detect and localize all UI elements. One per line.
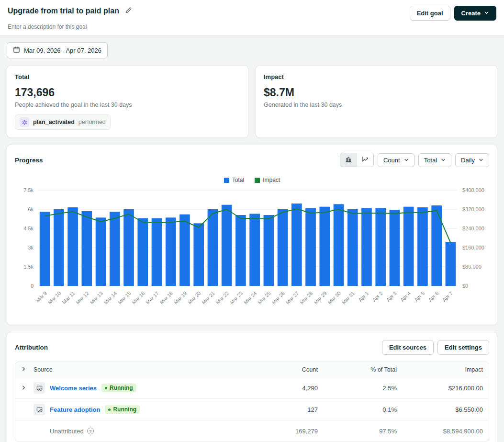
attribution-title: Attribution	[15, 344, 48, 351]
edit-settings-button[interactable]: Edit settings	[437, 340, 489, 355]
page-subtitle: Enter a description for this goal	[8, 23, 496, 30]
svg-text:Mar 26: Mar 26	[270, 290, 286, 306]
impact-value: $8.7M	[264, 86, 489, 99]
aggregation-select[interactable]: Total	[418, 153, 451, 167]
date-range-label: Mar 09, 2026 - Apr 07, 2026	[24, 47, 101, 54]
chevron-down-icon	[484, 10, 489, 17]
campaign-icon	[34, 382, 45, 394]
impact-card-label: Impact	[264, 73, 489, 80]
status-badge: Running	[105, 405, 140, 414]
svg-text:Mar 27: Mar 27	[285, 290, 300, 306]
metric-select[interactable]: Count	[378, 153, 414, 167]
total-card: Total 173,696 People achieved the goal i…	[7, 65, 248, 138]
create-button[interactable]: Create	[454, 6, 496, 21]
svg-text:Mar 14: Mar 14	[103, 290, 118, 306]
total-value: 173,696	[15, 86, 240, 99]
count-cell: 4,290	[256, 385, 318, 392]
progress-chart: 0$01.5k$80,0003k$160,0004.5k$240,0006k$3…	[15, 186, 489, 317]
edit-title-button[interactable]	[124, 6, 133, 16]
svg-text:Mar 25: Mar 25	[257, 290, 272, 306]
edit-goal-button[interactable]: Edit goal	[410, 6, 450, 21]
pct-cell: 2.5%	[318, 385, 397, 392]
column-header-impact: Impact	[397, 366, 483, 373]
aggregation-select-value: Total	[424, 157, 437, 164]
impact-cell: $216,000.00	[397, 385, 483, 392]
page-header: Upgrade from trial to paid plan Edit goa…	[0, 0, 504, 35]
svg-text:Apr 7: Apr 7	[441, 290, 454, 303]
svg-text:Mar 13: Mar 13	[89, 290, 104, 306]
bar-chart-toggle-button[interactable]	[340, 153, 357, 167]
source-link[interactable]: Feature adoption	[50, 406, 100, 413]
chevron-down-icon	[479, 157, 483, 164]
create-label: Create	[461, 10, 481, 17]
svg-text:Mar 30: Mar 30	[326, 290, 342, 306]
svg-text:6k: 6k	[28, 206, 34, 212]
svg-text:Mar 10: Mar 10	[47, 290, 62, 306]
svg-text:Mar 15: Mar 15	[117, 290, 132, 306]
legend-item-total: Total	[224, 177, 244, 183]
page-title: Upgrade from trial to paid plan	[8, 7, 119, 15]
total-description: People achieved the goal in the last 30 …	[15, 102, 240, 108]
line-chart-icon	[361, 156, 369, 164]
svg-text:Mar 22: Mar 22	[214, 290, 230, 306]
svg-text:3k: 3k	[28, 245, 34, 250]
svg-text:Apr 6: Apr 6	[427, 290, 439, 303]
event-gear-icon	[20, 117, 29, 127]
column-header-pct: % of Total	[318, 366, 397, 373]
table-row: Welcome series Running 4,290 2.5% $216,0…	[15, 377, 489, 398]
line-chart-toggle-button[interactable]	[357, 153, 373, 167]
metric-select-value: Count	[383, 157, 400, 164]
svg-text:$400,000: $400,000	[462, 187, 484, 193]
svg-text:Mar 31: Mar 31	[341, 290, 356, 306]
attribution-card: Attribution Edit sources Edit settings S…	[7, 332, 497, 442]
svg-text:1.5k: 1.5k	[23, 264, 34, 270]
edit-settings-label: Edit settings	[445, 344, 482, 351]
impact-cell: $6,550.00	[397, 406, 483, 413]
impact-card: Impact $8.7M Generated in the last 30 da…	[256, 65, 497, 138]
svg-text:$160,000: $160,000	[462, 245, 484, 250]
goal-event-chip[interactable]: plan_activated performed	[15, 114, 111, 130]
chart-type-toggle	[340, 153, 374, 167]
granularity-select-value: Daily	[461, 157, 475, 164]
expand-all-chevron-icon[interactable]	[21, 366, 26, 373]
event-suffix: performed	[78, 119, 106, 125]
svg-text:0: 0	[31, 283, 34, 289]
svg-text:Mar 20: Mar 20	[187, 290, 202, 306]
status-dot-icon	[105, 387, 107, 389]
combo-chart-svg: 0$01.5k$80,0003k$160,0004.5k$240,0006k$3…	[15, 186, 490, 316]
svg-text:Mar 21: Mar 21	[201, 290, 216, 306]
edit-goal-label: Edit goal	[417, 10, 443, 17]
svg-text:$0: $0	[462, 283, 468, 289]
column-header-count: Count	[256, 366, 318, 373]
pencil-icon	[125, 7, 132, 15]
edit-sources-button[interactable]: Edit sources	[382, 340, 434, 355]
bar-chart-icon	[345, 156, 352, 164]
table-row: Feature adoption Running 127 0.1% $6,550…	[15, 398, 489, 420]
granularity-select[interactable]: Daily	[455, 153, 489, 167]
campaign-icon	[34, 404, 45, 415]
status-label: Running	[113, 406, 136, 413]
svg-text:$80,000: $80,000	[462, 264, 482, 270]
pct-cell: 97.5%	[318, 428, 397, 435]
svg-text:$240,000: $240,000	[462, 226, 484, 231]
chevron-down-icon	[441, 157, 446, 164]
svg-text:Apr 4: Apr 4	[399, 290, 412, 303]
svg-text:Mar 19: Mar 19	[173, 290, 188, 306]
legend-swatch-icon	[224, 178, 229, 183]
svg-text:Mar 23: Mar 23	[229, 290, 244, 306]
svg-text:7.5k: 7.5k	[23, 187, 34, 193]
svg-text:Mar 28: Mar 28	[299, 290, 314, 306]
date-range-picker[interactable]: Mar 09, 2026 - Apr 07, 2026	[7, 42, 108, 58]
svg-text:Mar 24: Mar 24	[243, 290, 258, 306]
expand-row-chevron-icon[interactable]	[21, 385, 26, 392]
svg-text:Mar 17: Mar 17	[145, 290, 160, 306]
svg-text:Mar 16: Mar 16	[131, 290, 146, 306]
total-card-label: Total	[15, 73, 240, 80]
source-link[interactable]: Welcome series	[50, 385, 97, 392]
attribution-table: Source Count % of Total Impact	[15, 362, 489, 442]
chart-legend: TotalImpact	[15, 177, 489, 183]
calendar-icon	[13, 46, 20, 55]
attribution-table-header: Source Count % of Total Impact	[15, 362, 489, 377]
unattributed-label: Unattributed	[50, 428, 84, 435]
help-icon[interactable]: ?	[87, 428, 94, 434]
